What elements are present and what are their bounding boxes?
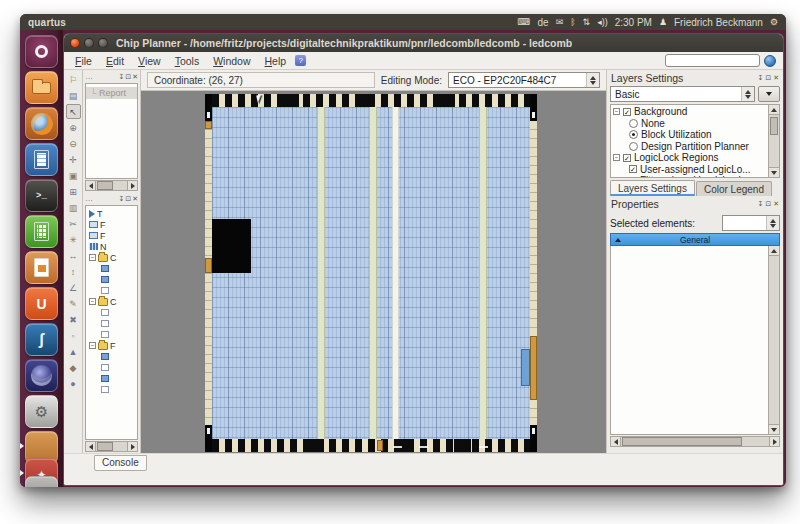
report-tool-icon[interactable]: ▤ <box>66 88 81 103</box>
tab-layers-settings[interactable]: Layers Settings <box>610 180 695 196</box>
launcher-software-center-icon[interactable] <box>25 287 58 320</box>
selected-elements-select[interactable] <box>722 215 780 231</box>
window-minimize-button[interactable] <box>84 38 94 48</box>
launcher-libreoffice-writer-icon[interactable] <box>25 143 58 176</box>
launcher-system-tools-icon[interactable] <box>25 395 58 428</box>
memory-column-band[interactable] <box>369 107 377 439</box>
scrollbar-thumb[interactable] <box>770 117 778 135</box>
tab-color-legend[interactable]: Color Legend <box>696 181 772 196</box>
chip-canvas[interactable] <box>141 91 606 453</box>
window-tool-icon[interactable]: ⊞ <box>66 184 81 199</box>
selected-lab-cell[interactable] <box>521 349 530 386</box>
angle-tool-icon[interactable]: ∠ <box>66 280 81 295</box>
layers-settings-header[interactable]: Layers Settings ↧ ⊡ ✕ <box>610 70 780 84</box>
io-pad-block[interactable] <box>358 94 375 107</box>
io-pad-block[interactable] <box>282 94 299 107</box>
report-tree-item[interactable]: Report <box>86 87 137 99</box>
menu-edit[interactable]: Edit <box>99 54 131 68</box>
launcher-files-icon[interactable] <box>25 71 58 104</box>
collapse-icon[interactable]: − <box>613 154 620 161</box>
scroll-right-icon[interactable] <box>127 181 137 190</box>
task-subitem[interactable] <box>87 263 137 274</box>
io-pad-block[interactable] <box>307 439 324 452</box>
radio-on-icon[interactable] <box>629 130 638 139</box>
console-tab[interactable]: Console <box>94 455 147 471</box>
task-subitem[interactable] <box>87 351 137 362</box>
report-panel-header[interactable]: … ↧ ⊡ ✕ <box>83 70 140 83</box>
tasks-panel[interactable]: T F F N −C −C −F <box>85 205 138 440</box>
diamond-tool-icon[interactable]: ◆ <box>66 360 81 375</box>
float-icon[interactable]: ⊡ <box>765 200 771 208</box>
task-subitem[interactable] <box>87 362 137 373</box>
vertical-tool-icon[interactable]: ↕ <box>66 264 81 279</box>
volume-icon[interactable]: ◂)) <box>597 17 608 27</box>
layers-menu-button[interactable] <box>758 86 780 102</box>
menu-tools[interactable]: Tools <box>168 54 207 68</box>
float-icon[interactable]: ⊡ <box>125 195 131 203</box>
highlighted-io-pad[interactable] <box>377 440 383 451</box>
spinner-icon[interactable] <box>766 216 779 230</box>
task-folder[interactable]: −C <box>87 296 137 307</box>
task-subitem[interactable] <box>87 329 137 340</box>
layer-row-none[interactable]: None <box>613 118 779 130</box>
gear-icon[interactable]: ⚙ <box>770 17 778 27</box>
layer-row-user-assigned[interactable]: ✓ User-assigned LogicLo... <box>613 164 779 176</box>
edit-tool-icon[interactable]: ✎ <box>66 296 81 311</box>
checkbox-checked-icon[interactable]: ✓ <box>623 154 631 162</box>
scrollbar-thumb[interactable] <box>97 181 113 190</box>
layer-row-design-partition[interactable]: Design Partition Planner <box>613 141 779 153</box>
launcher-trash-icon[interactable] <box>25 476 58 487</box>
properties-vscrollbar[interactable] <box>768 246 779 434</box>
scroll-down-icon[interactable] <box>769 167 779 177</box>
launcher-wireshark-icon[interactable] <box>25 323 58 356</box>
launcher-libreoffice-impress-icon[interactable] <box>25 251 58 284</box>
tasks-panel-header[interactable]: … ↧ ⊡ ✕ <box>83 192 140 205</box>
close-icon[interactable]: ✕ <box>773 74 779 82</box>
window-close-button[interactable] <box>70 38 80 48</box>
selection-tool-icon[interactable]: ↖ <box>66 104 81 119</box>
bluetooth-icon[interactable]: ᛒ <box>570 17 575 27</box>
editing-mode-select[interactable]: ECO - EP2C20F484C7 <box>448 72 600 88</box>
launcher-ubuntu-dash-icon[interactable] <box>25 35 58 68</box>
pin-icon[interactable]: ↧ <box>757 74 763 82</box>
highlighted-io-cell[interactable] <box>205 121 212 129</box>
network-icon[interactable]: ⇅ <box>583 17 591 27</box>
pin-icon[interactable]: ↧ <box>757 200 763 208</box>
launcher-eclipse-icon[interactable] <box>25 359 58 392</box>
task-item[interactable]: F <box>87 230 137 241</box>
task-item[interactable]: N <box>87 241 137 252</box>
dot-tool-icon[interactable]: ◦ <box>66 328 81 343</box>
search-input[interactable] <box>665 54 760 67</box>
launcher-terminal-icon[interactable] <box>25 179 58 212</box>
scroll-left-icon[interactable] <box>86 181 96 190</box>
scroll-up-icon[interactable] <box>769 105 779 115</box>
close-icon[interactable]: ✕ <box>773 200 779 208</box>
unrendered-region-block[interactable] <box>212 219 251 273</box>
io-column-left[interactable] <box>205 121 212 425</box>
checkbox-checked-icon[interactable]: ✓ <box>629 165 637 173</box>
task-item[interactable]: F <box>87 219 137 230</box>
layer-row-background[interactable]: − ✓ Background <box>613 106 779 118</box>
help-icon[interactable]: ? <box>295 55 306 66</box>
scroll-right-icon[interactable] <box>769 437 779 446</box>
radio-off-icon[interactable] <box>629 119 638 128</box>
delete-tool-icon[interactable]: ✖ <box>66 312 81 327</box>
scroll-left-icon[interactable] <box>86 442 96 451</box>
properties-hscrollbar[interactable] <box>610 436 780 447</box>
general-section-header[interactable]: General <box>610 233 780 246</box>
layers-preset-select[interactable]: Basic <box>610 86 755 102</box>
layer-row-logiclock[interactable]: − ✓ LogicLock Regions <box>613 152 779 164</box>
menu-window[interactable]: Window <box>206 54 257 68</box>
collapse-icon[interactable]: − <box>89 342 96 349</box>
chip-corner-block[interactable] <box>205 425 212 452</box>
report-hscrollbar[interactable] <box>85 180 138 191</box>
checkbox-checked-icon[interactable]: ✓ <box>623 108 631 116</box>
float-icon[interactable]: ⊡ <box>125 73 131 81</box>
task-subitem[interactable] <box>87 285 137 296</box>
close-icon[interactable]: ✕ <box>132 73 138 81</box>
circle-tool-icon[interactable]: ● <box>66 376 81 391</box>
collapse-icon[interactable]: − <box>89 298 96 305</box>
scroll-right-icon[interactable] <box>127 442 137 451</box>
menu-view[interactable]: View <box>131 54 168 68</box>
memory-column-band[interactable] <box>317 107 325 439</box>
